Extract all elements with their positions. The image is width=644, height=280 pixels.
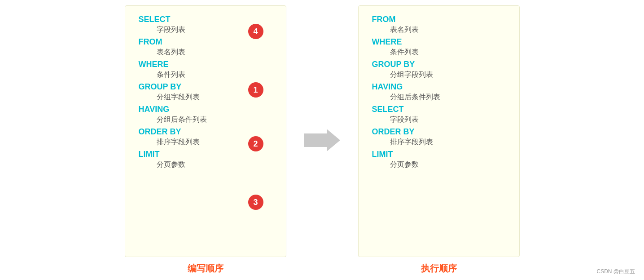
left-orderby-keyword: ORDER BY [139,127,272,137]
left-groupby-keyword: GROUP BY [139,82,272,92]
main-container: SELECT 字段列表 4 FROM 表名列表 1 WHERE 条件列表 2 G… [0,0,644,280]
svg-marker-0 [304,129,340,151]
left-limit-sub: 分页参数 [157,160,272,169]
arrow-container [304,127,340,154]
badge-3: 3 [248,195,263,210]
right-from-keyword: FROM [372,15,506,24]
right-panel-label: 执行顺序 [421,262,457,275]
badge-4: 4 [248,24,263,39]
left-panel-wrapper: SELECT 字段列表 4 FROM 表名列表 1 WHERE 条件列表 2 G… [125,5,286,275]
left-having-keyword: HAVING [139,105,272,114]
right-groupby-keyword: GROUP BY [372,60,506,69]
right-where-sub: 条件列表 [390,48,506,57]
right-having-keyword: HAVING [372,82,506,92]
right-having-sub: 分组后条件列表 [390,93,506,102]
right-select-keyword: SELECT [372,105,506,114]
left-where-sub: 条件列表 [157,70,272,80]
left-having-sub: 分组后条件列表 [157,115,272,124]
right-select-sub: 字段列表 [390,115,506,124]
right-limit-sub: 分页参数 [390,160,506,169]
right-from-sub: 表名列表 [390,25,506,35]
left-panel-label: 编写顺序 [188,262,223,275]
arrow-icon [304,127,340,154]
left-where-keyword: WHERE [139,60,272,69]
right-panel: FROM 表名列表 WHERE 条件列表 GROUP BY 分组字段列表 HAV… [358,5,520,257]
left-select-keyword: SELECT [139,15,272,24]
left-panel: SELECT 字段列表 4 FROM 表名列表 1 WHERE 条件列表 2 G… [125,5,286,257]
right-where-keyword: WHERE [372,37,506,47]
left-limit-keyword: LIMIT [139,150,272,159]
right-limit-keyword: LIMIT [372,150,506,159]
left-groupby-sub: 分组字段列表 [157,93,272,102]
right-panel-wrapper: FROM 表名列表 WHERE 条件列表 GROUP BY 分组字段列表 HAV… [358,5,520,275]
left-orderby-sub: 排序字段列表 [157,138,272,147]
left-from-keyword: FROM [139,37,272,47]
right-orderby-keyword: ORDER BY [372,127,506,137]
right-orderby-sub: 排序字段列表 [390,138,506,147]
right-groupby-sub: 分组字段列表 [390,70,506,80]
watermark: CSDN @白豆五 [596,268,635,276]
left-from-sub: 表名列表 [157,48,272,57]
